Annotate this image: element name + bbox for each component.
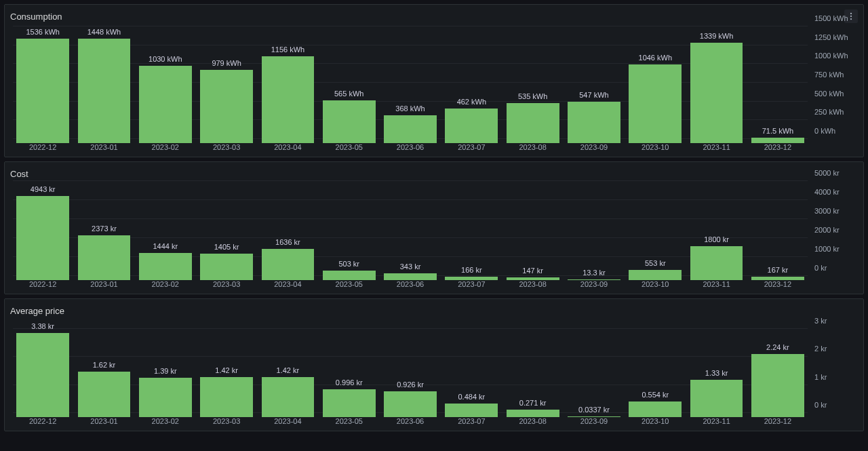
bar[interactable] [323,271,376,280]
y-axis: 0 kr1 kr2 kr3 kr [810,318,858,413]
bar[interactable] [384,391,437,417]
bar[interactable] [200,254,253,280]
bar-column[interactable]: 1.42 kr [197,322,256,417]
y-tick-label: 1000 kWh [814,52,848,60]
bar[interactable] [751,277,804,280]
bar[interactable] [200,70,253,143]
bar-column[interactable]: 553 kr [625,185,685,280]
bar-column[interactable]: 1448 kWh [74,28,134,143]
bar-value-label: 1405 kr [214,243,239,251]
bar-column[interactable]: 1.39 kr [136,322,195,417]
bar-column[interactable]: 71.5 kWh [748,28,808,143]
y-tick-label: 0 kr [814,401,827,409]
bar[interactable] [690,43,743,143]
bar[interactable] [16,196,69,280]
bar-column[interactable]: 565 kWh [319,28,379,143]
bar[interactable] [16,39,69,143]
bar-value-label: 1156 kWh [271,45,305,54]
bar[interactable] [629,64,682,143]
bar-column[interactable]: 1030 kWh [136,28,195,143]
bar-column[interactable]: 343 kr [380,185,440,280]
x-axis: 2022-122023-012023-022023-032023-042023-… [10,143,810,151]
panel-header: Cost [10,166,858,181]
bar[interactable] [690,380,743,417]
bar[interactable] [78,235,131,280]
bar-column[interactable]: 1405 kr [197,185,256,280]
bar-value-label: 0.554 kr [642,391,669,399]
bar-value-label: 1030 kWh [149,55,182,63]
bar-column[interactable]: 2373 kr [74,185,134,280]
bar[interactable] [139,378,192,417]
bar[interactable] [16,333,69,417]
bar[interactable] [507,103,559,143]
bar-value-label: 0.484 kr [458,393,485,401]
bar-column[interactable]: 167 kr [748,185,808,280]
bar[interactable] [262,249,315,280]
bar-column[interactable]: 1536 kWh [13,28,73,143]
bar-column[interactable]: 0.996 kr [319,322,379,417]
bar[interactable] [323,389,376,417]
bar-value-label: 1448 kWh [87,28,121,36]
bar[interactable] [507,277,559,280]
bar[interactable] [568,279,620,280]
bar-column[interactable]: 503 kr [319,185,379,280]
bar[interactable] [139,66,192,143]
x-tick-label: 2023-12 [748,143,808,151]
bar[interactable] [139,253,192,280]
x-tick-label: 2023-05 [319,143,379,151]
bar-column[interactable]: 1.33 kr [686,322,746,417]
bar[interactable] [262,377,315,417]
bar[interactable] [262,56,315,143]
bar-column[interactable]: 0.0337 kr [564,322,624,417]
bar-column[interactable]: 13.3 kr [564,185,624,280]
bar[interactable] [78,39,131,143]
bar-column[interactable]: 2.24 kr [748,322,808,417]
bar-column[interactable]: 547 kWh [564,28,624,143]
bar-column[interactable]: 368 kWh [380,28,440,143]
bar-value-label: 535 kWh [518,92,547,100]
y-axis: 0 kr1000 kr2000 kr3000 kr4000 kr5000 kr [810,181,858,276]
bar-column[interactable]: 535 kWh [503,28,563,143]
bar[interactable] [445,277,498,280]
bar-column[interactable]: 147 kr [503,185,563,280]
bar-column[interactable]: 1636 kr [258,185,317,280]
x-tick-label: 2023-08 [503,280,563,288]
bar[interactable] [200,377,253,417]
bar-column[interactable]: 1156 kWh [258,28,317,143]
bar[interactable] [629,270,682,280]
bar-column[interactable]: 1.42 kr [258,322,317,417]
bar[interactable] [568,102,620,143]
bar[interactable] [507,410,559,417]
bar[interactable] [445,109,498,143]
bar-value-label: 368 kWh [395,104,425,113]
bar-column[interactable]: 1339 kWh [686,28,746,143]
plot-column: 3.38 kr1.62 kr1.39 kr1.42 kr1.42 kr0.996… [10,318,810,425]
bar[interactable] [751,354,804,417]
bar-column[interactable]: 0.484 kr [441,322,501,417]
bar[interactable] [751,138,804,143]
bar-column[interactable]: 0.554 kr [625,322,685,417]
bar-column[interactable]: 4943 kr [13,185,73,280]
bar[interactable] [629,401,682,417]
bar-column[interactable]: 3.38 kr [13,322,73,417]
bar-column[interactable]: 979 kWh [197,28,256,143]
bar[interactable] [323,100,376,143]
bar[interactable] [445,404,498,417]
bar-column[interactable]: 0.271 kr [503,322,563,417]
bar-column[interactable]: 1800 kr [686,185,746,280]
bar[interactable] [568,416,620,417]
bar-value-label: 547 kWh [579,91,608,99]
bar-column[interactable]: 0.926 kr [380,322,440,417]
bar[interactable] [690,246,743,280]
bar[interactable] [78,372,131,417]
bar-column[interactable]: 166 kr [441,185,501,280]
bar-column[interactable]: 462 kWh [441,28,501,143]
bar-column[interactable]: 1.62 kr [74,322,134,417]
bar-column[interactable]: 1046 kWh [625,28,685,143]
x-tick-label: 2023-02 [136,417,195,425]
bar[interactable] [384,273,437,280]
bar-value-label: 0.271 kr [519,399,547,407]
bar[interactable] [384,115,437,143]
chart-wrap: 3.38 kr1.62 kr1.39 kr1.42 kr1.42 kr0.996… [10,318,858,425]
bar-column[interactable]: 1444 kr [136,185,195,280]
